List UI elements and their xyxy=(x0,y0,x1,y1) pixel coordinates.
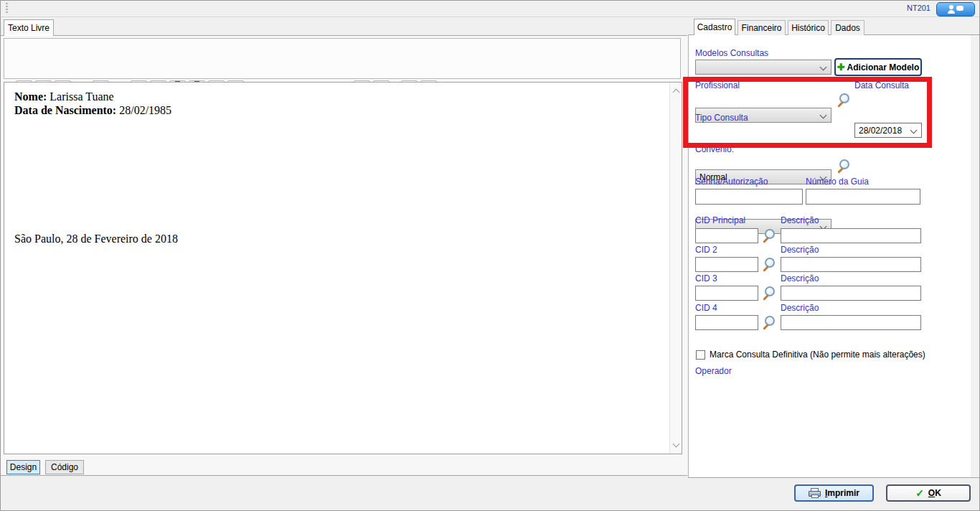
senha-autorizacao-label: Senha/Autorização xyxy=(695,177,768,187)
cid-principal-label: CID Principal xyxy=(695,215,745,225)
printer-icon xyxy=(809,488,821,498)
document-line-birthdate: Data de Nascimento: 28/02/1985 xyxy=(14,103,660,117)
editor-scrollbar[interactable] xyxy=(669,83,682,454)
cid-2-input[interactable] xyxy=(695,257,758,272)
cid-2-label: CID 2 xyxy=(695,245,717,255)
editor-toolbar: ↶ ✂ A ✒ 3 B I U xyxy=(4,38,681,79)
adicionar-modelo-button[interactable]: ✚ Adicionar Modelo xyxy=(834,58,922,76)
cid-3-search-icon[interactable] xyxy=(761,286,776,300)
document-line-city-date: São Paulo, 28 de Fevereiro de 2018 xyxy=(14,233,178,245)
senha-autorizacao-input[interactable] xyxy=(695,189,803,205)
cid-principal-descricao-input[interactable] xyxy=(781,228,921,243)
scroll-up-icon[interactable] xyxy=(673,89,680,96)
right-margin-strip xyxy=(971,35,980,477)
cid-4-descricao-label: Descrição xyxy=(781,303,819,313)
check-icon: ✓ xyxy=(915,487,924,499)
tab-cadastro[interactable]: Cadastro xyxy=(694,19,735,35)
operador-label: Operador xyxy=(695,366,732,376)
scroll-down-icon[interactable] xyxy=(673,441,680,448)
cid-2-descricao-label: Descrição xyxy=(781,245,819,255)
rich-text-editor-area[interactable]: Nome: Larissa Tuane Data de Nascimento: … xyxy=(4,82,682,454)
user-chat-button[interactable] xyxy=(936,2,975,17)
plus-icon: ✚ xyxy=(837,62,845,72)
titlebar: NT201 xyxy=(1,1,980,17)
cid-2-descricao-input[interactable] xyxy=(781,257,921,272)
tab-texto-livre[interactable]: Texto Livre xyxy=(4,19,54,36)
convenio-label: Convênio: xyxy=(695,144,734,154)
toolbar-grip[interactable] xyxy=(6,3,8,14)
cid-4-input[interactable] xyxy=(695,315,758,330)
document-content: Nome: Larissa Tuane Data de Nascimento: … xyxy=(14,90,660,117)
view-tab-codigo[interactable]: Código xyxy=(45,460,84,474)
cid-principal-input[interactable] xyxy=(695,228,758,243)
profissional-search-icon[interactable] xyxy=(836,93,850,107)
cid-3-descricao-label: Descrição xyxy=(781,273,819,283)
modelos-consultas-label: Modelos Consultas xyxy=(695,48,768,58)
tab-historico[interactable]: Histórico xyxy=(788,20,829,35)
application-window: NT201 Texto Livre ↶ ✂ A ✒ xyxy=(0,0,980,511)
imprimir-button[interactable]: Imprimir xyxy=(794,484,874,502)
modelos-consultas-combo[interactable] xyxy=(695,60,831,75)
chevron-down-icon xyxy=(910,127,918,134)
marca-definitiva-label: Marca Consulta Definitiva (Não permite m… xyxy=(710,350,925,360)
screen-code-badge: NT201 xyxy=(907,4,930,12)
data-consulta-picker[interactable]: 28/02/2018 xyxy=(854,123,922,138)
cid-4-search-icon[interactable] xyxy=(761,316,776,329)
document-line-name: Nome: Larissa Tuane xyxy=(14,90,660,103)
ok-label: OK xyxy=(928,488,941,498)
cid-principal-descricao-label: Descrição xyxy=(781,215,819,225)
cid-2-search-icon[interactable] xyxy=(761,258,776,271)
cid-3-input[interactable] xyxy=(695,286,758,301)
cid-3-descricao-input[interactable] xyxy=(781,286,921,301)
ok-button[interactable]: ✓ OK xyxy=(886,484,971,502)
tipo-consulta-label: Tipo Consulta xyxy=(695,113,748,123)
profissional-label: Profissional xyxy=(695,80,740,90)
tab-dados[interactable]: Dados xyxy=(831,20,864,35)
cid-principal-search-icon[interactable] xyxy=(761,229,776,243)
cid-4-label: CID 4 xyxy=(695,303,717,313)
numero-guia-label: Número da Guia xyxy=(806,177,869,187)
cadastro-tab-page xyxy=(688,34,980,478)
view-tab-design[interactable]: Design xyxy=(6,460,40,474)
data-consulta-label: Data Consulta xyxy=(854,80,909,90)
numero-guia-input[interactable] xyxy=(806,189,920,205)
cid-3-label: CID 3 xyxy=(695,273,717,283)
chevron-down-icon xyxy=(820,64,827,71)
marca-definitiva-checkbox[interactable] xyxy=(696,350,705,360)
convenio-search-icon[interactable] xyxy=(836,159,850,173)
chevron-down-icon xyxy=(820,112,827,119)
imprimir-label: Imprimir xyxy=(825,488,859,498)
person-chat-icon xyxy=(948,5,963,14)
cid-4-descricao-input[interactable] xyxy=(781,315,921,330)
tab-financeiro[interactable]: Financeiro xyxy=(738,20,786,35)
